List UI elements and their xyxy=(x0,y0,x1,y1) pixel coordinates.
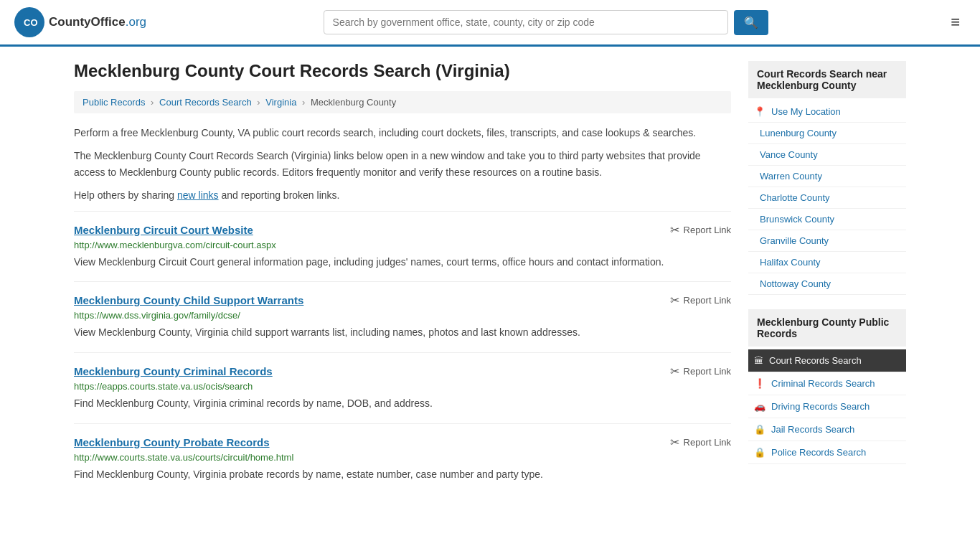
intro-paragraph-3: Help others by sharing new links and rep… xyxy=(74,187,731,203)
page-header: CO CountyOffice.org 🔍 ≡ xyxy=(0,0,980,47)
search-area: 🔍 xyxy=(324,10,768,35)
breadcrumb-court-records[interactable]: Court Records Search xyxy=(159,97,252,108)
records-link-2[interactable]: 🚗Driving Records Search xyxy=(748,395,906,418)
records-link-0[interactable]: 🏛Court Records Search xyxy=(748,349,906,372)
nearby-links: 📍Use My LocationLunenburg CountyVance Co… xyxy=(748,101,906,295)
nearby-label-7: Halifax County xyxy=(760,257,821,268)
nearby-header: Court Records Search near Mecklenburg Co… xyxy=(748,61,906,98)
nearby-label-6: Granville County xyxy=(760,235,829,246)
result-url-0[interactable]: http://www.mecklenburgva.com/circuit-cou… xyxy=(74,240,731,250)
records-icon-2: 🚗 xyxy=(754,401,765,412)
report-link-3[interactable]: ✂ Report Link xyxy=(670,435,731,449)
content-area: Mecklenburg County Court Records Search … xyxy=(74,61,731,494)
result-title-1[interactable]: Mecklenburg County Child Support Warrant… xyxy=(74,294,303,306)
result-header: Mecklenburg County Criminal Records ✂ Re… xyxy=(74,364,731,378)
result-header: Mecklenburg Circuit Court Website ✂ Repo… xyxy=(74,223,731,237)
search-input[interactable] xyxy=(324,10,728,34)
records-link-3[interactable]: 🔒Jail Records Search xyxy=(748,418,906,441)
page-title: Mecklenburg County Court Records Search … xyxy=(74,61,731,81)
result-desc-0: View Mecklenburg Circuit Court general i… xyxy=(74,255,731,270)
result-header: Mecklenburg County Child Support Warrant… xyxy=(74,293,731,307)
report-icon: ✂ xyxy=(670,293,679,307)
result-desc-2: Find Mecklenburg County, Virginia crimin… xyxy=(74,396,731,412)
report-link-1[interactable]: ✂ Report Link xyxy=(670,293,731,307)
result-url-2[interactable]: https://eapps.courts.state.va.us/ocis/se… xyxy=(74,381,731,392)
records-links: 🏛Court Records Search❗Criminal Records S… xyxy=(748,349,906,464)
result-header: Mecklenburg County Probate Records ✂ Rep… xyxy=(74,435,731,449)
records-icon-3: 🔒 xyxy=(754,424,765,435)
svg-text:CO: CO xyxy=(24,17,38,28)
report-icon: ✂ xyxy=(670,435,679,449)
intro-paragraph-2: The Mecklenburg County Court Records Sea… xyxy=(74,148,731,180)
report-link-0[interactable]: ✂ Report Link xyxy=(670,223,731,237)
nearby-link-4[interactable]: Charlotte County xyxy=(748,187,906,209)
nearby-link-7[interactable]: Halifax County xyxy=(748,252,906,273)
sidebar: Court Records Search near Mecklenburg Co… xyxy=(748,61,906,494)
records-header: Mecklenburg County Public Records xyxy=(748,309,906,347)
records-link-4[interactable]: 🔒Police Records Search xyxy=(748,441,906,464)
results-container: Mecklenburg Circuit Court Website ✂ Repo… xyxy=(74,211,731,494)
breadcrumb-public-records[interactable]: Public Records xyxy=(83,97,145,108)
records-icon-4: 🔒 xyxy=(754,447,765,458)
records-label-3: Jail Records Search xyxy=(771,424,854,435)
breadcrumb: Public Records › Court Records Search › … xyxy=(74,91,731,113)
logo-text: CountyOffice.org xyxy=(49,15,146,29)
search-button[interactable]: 🔍 xyxy=(734,10,768,35)
records-section: Mecklenburg County Public Records 🏛Court… xyxy=(748,309,906,464)
nearby-link-6[interactable]: Granville County xyxy=(748,230,906,252)
search-icon: 🔍 xyxy=(744,17,758,29)
nearby-label-4: Charlotte County xyxy=(760,192,830,203)
result-desc-3: Find Mecklenburg County, Virginia probat… xyxy=(74,467,731,483)
records-icon-0: 🏛 xyxy=(754,355,763,366)
result-title-0[interactable]: Mecklenburg Circuit Court Website xyxy=(74,224,253,236)
result-desc-1: View Mecklenburg County, Virginia child … xyxy=(74,325,731,341)
logo-area: CO CountyOffice.org xyxy=(14,7,146,37)
nearby-section: Court Records Search near Mecklenburg Co… xyxy=(748,61,906,295)
nearby-label-2: Vance County xyxy=(760,149,818,160)
nearby-icon-0: 📍 xyxy=(754,106,765,117)
records-icon-1: ❗ xyxy=(754,378,765,389)
result-title-3[interactable]: Mecklenburg County Probate Records xyxy=(74,436,270,448)
result-item: Mecklenburg County Probate Records ✂ Rep… xyxy=(74,423,731,494)
nearby-label-5: Brunswick County xyxy=(760,214,834,225)
nearby-label-0: Use My Location xyxy=(771,106,841,117)
records-link-1[interactable]: ❗Criminal Records Search xyxy=(748,372,906,395)
menu-button[interactable]: ≡ xyxy=(945,10,966,34)
breadcrumb-mecklenburg: Mecklenburg County xyxy=(311,97,396,108)
records-label-0: Court Records Search xyxy=(769,355,862,366)
nearby-label-3: Warren County xyxy=(760,171,822,182)
report-link-2[interactable]: ✂ Report Link xyxy=(670,364,731,378)
result-title-2[interactable]: Mecklenburg County Criminal Records xyxy=(74,365,273,377)
new-links-link[interactable]: new links xyxy=(177,189,219,201)
records-label-2: Driving Records Search xyxy=(771,401,870,412)
report-icon: ✂ xyxy=(670,364,679,378)
main-container: Mecklenburg County Court Records Search … xyxy=(60,47,920,508)
nearby-link-5[interactable]: Brunswick County xyxy=(748,209,906,230)
menu-icon: ≡ xyxy=(951,13,960,31)
nearby-label-1: Lunenburg County xyxy=(760,128,837,138)
records-label-4: Police Records Search xyxy=(771,447,866,458)
report-icon: ✂ xyxy=(670,223,679,237)
nearby-link-2[interactable]: Vance County xyxy=(748,144,906,166)
nearby-link-0[interactable]: 📍Use My Location xyxy=(748,101,906,123)
records-label-1: Criminal Records Search xyxy=(771,378,875,389)
result-url-3[interactable]: http://www.courts.state.va.us/courts/cir… xyxy=(74,452,731,463)
nearby-label-8: Nottoway County xyxy=(760,278,831,289)
result-url-1[interactable]: https://www.dss.virginia.gov/family/dcse… xyxy=(74,310,731,321)
logo-icon: CO xyxy=(14,7,44,37)
intro-paragraph-1: Perform a free Mecklenburg County, VA pu… xyxy=(74,125,731,141)
result-item: Mecklenburg Circuit Court Website ✂ Repo… xyxy=(74,211,731,282)
nearby-link-1[interactable]: Lunenburg County xyxy=(748,123,906,144)
breadcrumb-virginia[interactable]: Virginia xyxy=(265,97,296,108)
nearby-link-8[interactable]: Nottoway County xyxy=(748,273,906,295)
result-item: Mecklenburg County Criminal Records ✂ Re… xyxy=(74,352,731,423)
result-item: Mecklenburg County Child Support Warrant… xyxy=(74,281,731,352)
nearby-link-3[interactable]: Warren County xyxy=(748,166,906,187)
